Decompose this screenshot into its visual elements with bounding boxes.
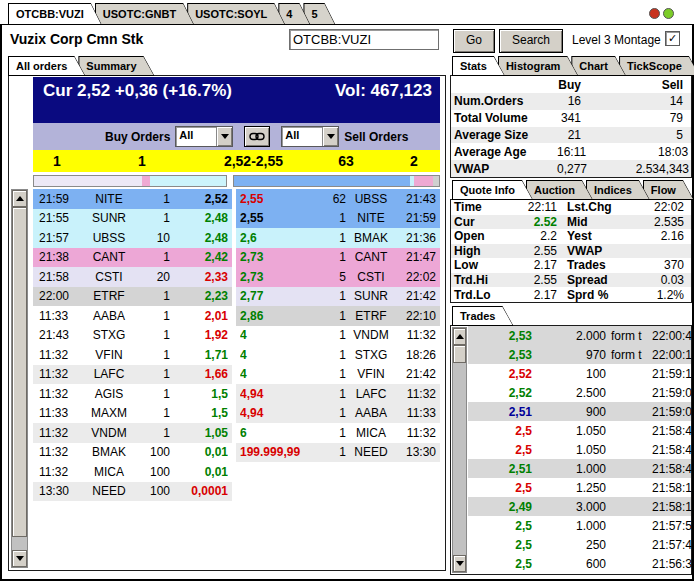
go-button[interactable]: Go bbox=[453, 29, 495, 53]
stats-rows: Num.Orders1614Total Volume34179Average S… bbox=[451, 93, 691, 177]
bid-row[interactable]: 11:32MICA1000,01 bbox=[33, 462, 232, 482]
bid-price: 2,48 bbox=[170, 211, 228, 225]
bid-row[interactable]: 21:43STXG11,92 bbox=[33, 326, 232, 346]
bid-row[interactable]: 22:00ETRF12,23 bbox=[33, 287, 232, 307]
ask-time: 11:32 bbox=[396, 387, 436, 401]
tab-usotc-gnbt[interactable]: USOTC:GNBT bbox=[95, 3, 194, 25]
ask-row[interactable]: 2,735CSTI22:02 bbox=[236, 267, 440, 287]
bid-depth-bar bbox=[33, 175, 227, 187]
scrollbar-thumb[interactable] bbox=[453, 345, 466, 363]
quote-label: Sprd % bbox=[564, 288, 630, 302]
bid-row[interactable]: 11:32BMAK1000,01 bbox=[33, 443, 232, 463]
ask-row[interactable]: 41VNDM11:32 bbox=[236, 326, 440, 346]
quote-row: Cur2.52Mid2.535 bbox=[451, 215, 691, 230]
trade-row[interactable]: 2,5190021:59:02 bbox=[468, 402, 691, 421]
trade-size: 600 bbox=[532, 557, 606, 571]
bid-row[interactable]: 11:32LAFC11,66 bbox=[33, 365, 232, 385]
chevron-down-icon[interactable] bbox=[322, 127, 338, 146]
tab-usotc-soyl[interactable]: USOTC:SOYL bbox=[187, 3, 285, 25]
scrollbar-channel[interactable] bbox=[12, 537, 27, 550]
quote-label: Trd.Hi bbox=[451, 273, 503, 287]
ask-row[interactable]: 2,861ETRF22:10 bbox=[236, 306, 440, 326]
ask-size: 62 bbox=[302, 192, 346, 206]
bid-time: 11:32 bbox=[39, 387, 83, 401]
stat-buy-value: 16:11 bbox=[557, 145, 594, 159]
bid-row[interactable]: 13:30NEED1000,0001 bbox=[33, 482, 232, 502]
ask-row[interactable]: 2,61BMAK21:36 bbox=[236, 228, 440, 248]
trade-row[interactable]: 2,5210021:59:15 bbox=[468, 364, 691, 383]
trade-price: 2,51 bbox=[468, 405, 532, 419]
tab-tickscope[interactable]: TickScope bbox=[619, 56, 694, 76]
tab-summary[interactable]: Summary bbox=[78, 56, 154, 76]
bid-row[interactable]: 11:32VNDM11,05 bbox=[33, 423, 232, 443]
scrollbar-thumb[interactable] bbox=[12, 207, 27, 537]
orderbook-scrollbar[interactable] bbox=[11, 189, 28, 568]
tab-indices[interactable]: Indices bbox=[586, 180, 650, 200]
quote-row: Trd.Hi2.55Spread0.03 bbox=[451, 273, 691, 288]
ask-row[interactable]: 41VFIN21:42 bbox=[236, 365, 440, 385]
bid-time: 21:58 bbox=[39, 270, 83, 284]
tab-chart[interactable]: Chart bbox=[571, 56, 626, 76]
buy-filter-select[interactable]: All bbox=[175, 126, 233, 147]
trade-row[interactable]: 2,511.00021:58:45 bbox=[468, 459, 691, 478]
ask-row[interactable]: 2,551NITE21:59 bbox=[236, 209, 440, 229]
tab-quote-info[interactable]: Quote Info bbox=[452, 180, 533, 200]
ask-row[interactable]: 41STXG18:26 bbox=[236, 345, 440, 365]
bid-row[interactable]: 21:38CANT12,42 bbox=[33, 248, 232, 268]
chevron-down-icon[interactable] bbox=[216, 127, 232, 146]
bid-row[interactable]: 11:33AABA12,01 bbox=[33, 306, 232, 326]
stat-sell-value: 18:03 bbox=[594, 145, 694, 159]
bid-time: 21:38 bbox=[39, 250, 83, 264]
trade-row[interactable]: 2,560021:56:35 bbox=[468, 555, 691, 574]
trade-row[interactable]: 2,525021:57:40 bbox=[468, 536, 691, 555]
ask-row[interactable]: 199.999,991NEED13:30 bbox=[236, 443, 440, 463]
trade-row[interactable]: 2,493.00021:58:13 bbox=[468, 497, 691, 516]
ask-row[interactable]: 2,771SUNR21:42 bbox=[236, 287, 440, 307]
scroll-up-icon[interactable] bbox=[453, 328, 466, 345]
scroll-down-icon[interactable] bbox=[12, 550, 27, 567]
bid-row[interactable]: 21:58CSTI202,33 bbox=[33, 267, 232, 287]
tab-histogram[interactable]: Histogram bbox=[498, 56, 578, 76]
ask-row[interactable]: 4,941LAFC11:32 bbox=[236, 384, 440, 404]
tab-trades[interactable]: Trades bbox=[452, 306, 513, 326]
depth-segment bbox=[142, 176, 151, 186]
bid-size: 100 bbox=[135, 445, 170, 459]
search-button[interactable]: Search bbox=[499, 29, 563, 53]
ask-row[interactable]: 61MICA11:32 bbox=[236, 423, 440, 443]
trade-row[interactable]: 2,51.00021:57:50 bbox=[468, 516, 691, 535]
bid-size: 20 bbox=[135, 270, 170, 284]
trade-row[interactable]: 2,532.000form t22:00:41 bbox=[468, 326, 691, 345]
ask-row[interactable]: 2,731CANT21:47 bbox=[236, 248, 440, 268]
trade-row[interactable]: 2,522.50021:59:07 bbox=[468, 383, 691, 402]
tab-all-orders[interactable]: All orders bbox=[8, 56, 85, 76]
scroll-up-icon[interactable] bbox=[12, 190, 27, 207]
trade-row[interactable]: 2,51.05021:58:45 bbox=[468, 421, 691, 440]
trade-size: 1.000 bbox=[532, 519, 606, 533]
trades-scrollbar[interactable] bbox=[452, 327, 467, 573]
trade-row[interactable]: 2,51.05021:58:45 bbox=[468, 440, 691, 459]
bid-row[interactable]: 21:57UBSS102,48 bbox=[33, 228, 232, 248]
scrollbar-channel[interactable] bbox=[453, 363, 466, 555]
quote-label: High bbox=[451, 244, 503, 258]
tab-stats[interactable]: Stats bbox=[452, 56, 505, 76]
tab-otcbb-vuzi[interactable]: OTCBB:VUZI bbox=[8, 3, 102, 25]
bid-row[interactable]: 11:32AGIS11,5 bbox=[33, 384, 232, 404]
trade-time: 21:58:45 bbox=[652, 424, 694, 438]
sell-filter-select[interactable]: All bbox=[281, 126, 339, 147]
ask-row[interactable]: 4,941AABA11:33 bbox=[236, 404, 440, 424]
level3-montage-checkbox[interactable]: ✓ bbox=[665, 31, 680, 46]
bid-row[interactable]: 21:59NITE12,52 bbox=[33, 189, 232, 209]
level3-montage-window: OTCBB:VUZIUSOTC:GNBTUSOTC:SOYL45 Vuzix C… bbox=[0, 0, 694, 581]
scroll-down-icon[interactable] bbox=[453, 555, 466, 572]
bid-row[interactable]: 11:33MAXM11,5 bbox=[33, 404, 232, 424]
tab-auction[interactable]: Auction bbox=[526, 180, 593, 200]
ask-row[interactable]: 2,5562UBSS21:43 bbox=[236, 189, 440, 209]
trade-row[interactable]: 2,53970form t22:00:14 bbox=[468, 345, 691, 364]
quote-value: 2.55 bbox=[503, 273, 564, 287]
bid-row[interactable]: 21:55SUNR12,48 bbox=[33, 209, 232, 229]
tab-flow[interactable]: Flow bbox=[643, 180, 694, 200]
bid-row[interactable]: 11:32VFIN11,71 bbox=[33, 345, 232, 365]
symbol-input[interactable] bbox=[289, 29, 439, 50]
trade-row[interactable]: 2,51.25021:58:17 bbox=[468, 478, 691, 497]
link-filters-button[interactable] bbox=[244, 126, 270, 147]
